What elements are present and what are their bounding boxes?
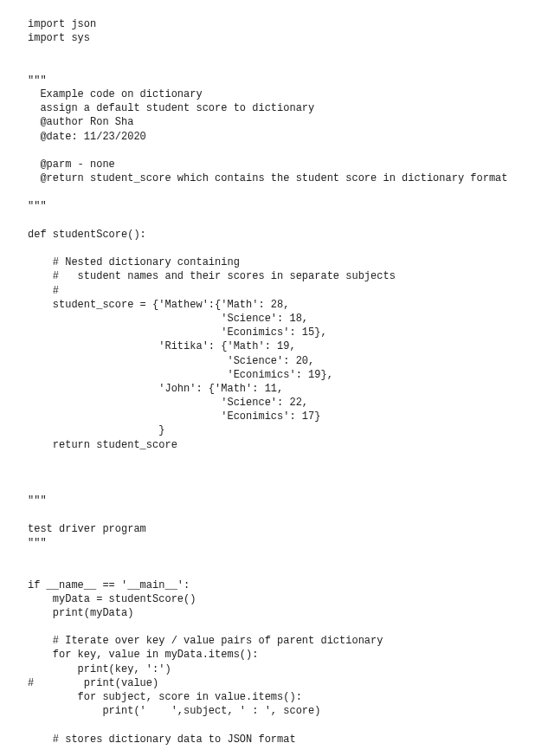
code-block: import json import sys """ Example code … — [0, 0, 554, 756]
